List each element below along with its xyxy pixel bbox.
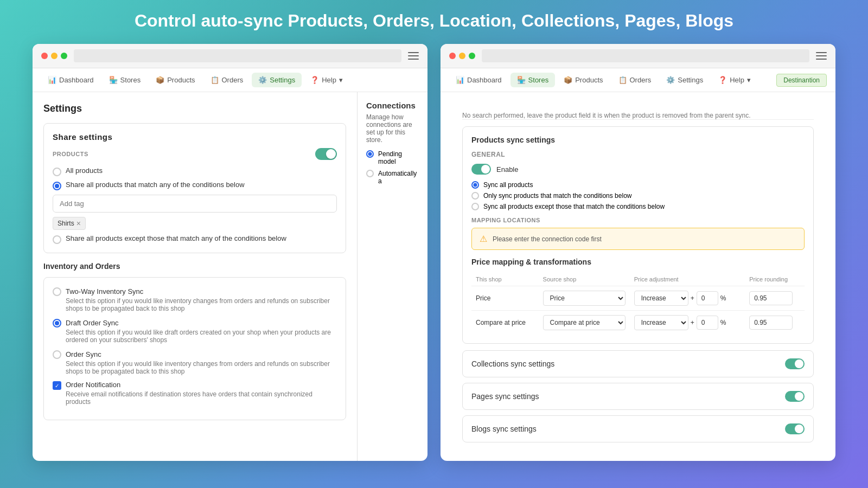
col-source-shop: Source shop <box>539 273 630 286</box>
order-notification-checkbox[interactable]: ✓ <box>53 381 61 390</box>
left-titlebar <box>33 44 427 68</box>
radio-match-circle <box>53 182 61 190</box>
price-adj-value[interactable] <box>697 291 718 305</box>
pages-toggle[interactable] <box>785 391 805 402</box>
shirts-tag: Shirts × <box>53 217 86 230</box>
right-nav: 📊 Dashboard 🏪 Stores 📦 Products 📋 Orders… <box>441 68 835 92</box>
products-toggle[interactable] <box>315 148 337 160</box>
right-nav-products[interactable]: 📦 Products <box>557 73 609 87</box>
chevron-down-icon: ▾ <box>339 76 343 84</box>
hamburger-icon[interactable] <box>408 52 419 60</box>
auto-option[interactable]: Automatically a <box>366 170 419 185</box>
dot-red[interactable] <box>41 53 48 59</box>
draft-order-radio[interactable] <box>53 319 61 328</box>
left-content: Settings Share settings PRODUCTS <box>33 92 427 461</box>
products-sync-title: Products sync settings <box>471 136 805 144</box>
notice-text: No search performed, leave the product f… <box>462 112 814 120</box>
pending-model-option[interactable]: Pending model <box>366 150 419 165</box>
blogs-sync-row: Blogs sync settings <box>462 415 814 442</box>
compare-increase-select[interactable]: Increase <box>634 315 688 330</box>
right-nav-settings[interactable]: ⚙️ Settings <box>660 73 710 87</box>
col-rounding: Price rounding <box>745 273 805 286</box>
left-main: Settings Share settings PRODUCTS <box>33 92 357 461</box>
sync-except-option[interactable]: Sync all products except those that matc… <box>471 203 805 210</box>
right-panel: 📊 Dashboard 🏪 Stores 📦 Products 📋 Orders… <box>441 44 835 461</box>
two-way-radio[interactable] <box>53 287 61 296</box>
order-sync-item: Order Sync Select this option if you wou… <box>53 349 337 375</box>
right-dot-green[interactable] <box>469 53 475 59</box>
col-adjustment: Price adjustment <box>630 273 745 286</box>
sync-options: Sync all products Only sync products tha… <box>471 181 805 210</box>
compare-source-select[interactable]: Compare at price <box>543 315 626 330</box>
right-nav-stores[interactable]: 🏪 Stores <box>510 73 556 87</box>
radio-all-products[interactable]: All products <box>53 166 337 176</box>
collections-sync-row: Collections sync settings <box>462 350 814 377</box>
products-sync-box: Products sync settings General Enable Sy… <box>462 126 814 344</box>
price-rounding-2[interactable] <box>749 316 793 330</box>
price-row-1: Price Price <box>471 286 805 311</box>
enable-row: Enable <box>471 164 805 175</box>
nav-products[interactable]: 📦 Products <box>149 73 201 87</box>
radio-except-products[interactable]: Share all products except those that mat… <box>53 234 337 244</box>
collections-toggle[interactable] <box>785 358 805 369</box>
right-nav-dashboard[interactable]: 📊 Dashboard <box>449 73 508 87</box>
nav-settings[interactable]: ⚙️ Settings <box>252 73 302 87</box>
product-icon: 📦 <box>156 76 164 84</box>
tag-input[interactable] <box>53 195 337 213</box>
share-title: Share settings <box>53 132 112 142</box>
right-content: No search performed, leave the product f… <box>441 92 835 461</box>
sync-match-option[interactable]: Only sync products that match the condit… <box>471 192 805 200</box>
general-subtitle: General <box>471 151 805 158</box>
right-dot-red[interactable] <box>449 53 456 59</box>
right-dot-yellow[interactable] <box>459 53 465 59</box>
right-chart-icon: 📊 <box>456 76 464 84</box>
dot-green[interactable] <box>61 53 67 59</box>
page-title: Control auto-sync Products, Orders, Loca… <box>135 11 733 31</box>
left-nav: 📊 Dashboard 🏪 Stores 📦 Products 📋 Orders… <box>33 68 427 92</box>
compare-adj-value[interactable] <box>697 316 718 330</box>
help-icon: ❓ <box>310 76 319 84</box>
inventory-card: Two-Way Inventory Sync Select this optio… <box>43 277 346 420</box>
right-help-icon: ❓ <box>718 76 727 84</box>
radio-match-products[interactable]: Share all products that match any of the… <box>53 181 337 190</box>
nav-dashboard[interactable]: 📊 Dashboard <box>41 73 100 87</box>
two-way-sync-item: Two-Way Inventory Sync Select this optio… <box>53 286 337 312</box>
order-sync-radio[interactable] <box>53 350 61 359</box>
order-notification-item: ✓ Order Notification Receive email notif… <box>53 381 337 406</box>
nav-orders[interactable]: 📋 Orders <box>204 73 250 87</box>
price-source-select[interactable]: Price <box>543 291 626 306</box>
price-mapping-section: Price mapping & transformations This sho… <box>471 258 805 335</box>
sync-all-radio <box>471 181 479 189</box>
nav-stores[interactable]: 🏪 Stores <box>103 73 148 87</box>
right-order-icon: 📋 <box>618 76 627 84</box>
settings-icon: ⚙️ <box>258 76 267 84</box>
price-rounding-1[interactable] <box>749 291 793 305</box>
right-titlebar <box>441 44 835 68</box>
price-row-2: Compare at price Compare at price <box>471 311 805 335</box>
sync-except-radio <box>471 203 479 210</box>
compare-this-shop: Compare at price <box>471 311 539 335</box>
sync-match-radio <box>471 192 479 200</box>
enable-toggle[interactable] <box>471 164 491 175</box>
products-label: PRODUCTS <box>53 151 88 157</box>
store-icon: 🏪 <box>109 76 118 84</box>
nav-help[interactable]: ❓ Help ▾ <box>304 73 349 87</box>
right-nav-help[interactable]: ❓ Help ▾ <box>712 73 757 87</box>
share-settings-card: Share settings PRODUCTS All products <box>43 123 346 253</box>
auto-radio <box>366 170 374 177</box>
right-nav-orders[interactable]: 📋 Orders <box>612 73 658 87</box>
products-radio-group: All products Share all products that mat… <box>53 166 337 190</box>
right-hamburger-icon[interactable] <box>816 52 827 60</box>
right-traffic-lights <box>449 53 475 59</box>
right-product-icon: 📦 <box>564 76 572 84</box>
price-adjustment-cell: Increase + % <box>634 291 741 306</box>
warning-icon: ⚠ <box>480 234 487 244</box>
sync-all-option[interactable]: Sync all products <box>471 181 805 189</box>
tag-remove-icon[interactable]: × <box>76 219 81 228</box>
compare-adjustment-cell: Increase + % <box>634 315 741 330</box>
connections-sidebar: Connections Manage how connections are s… <box>357 92 427 461</box>
blogs-toggle[interactable] <box>785 423 805 434</box>
dot-yellow[interactable] <box>51 53 58 59</box>
price-increase-select[interactable]: Increase <box>634 291 688 306</box>
col-this-shop: This shop <box>471 273 539 286</box>
